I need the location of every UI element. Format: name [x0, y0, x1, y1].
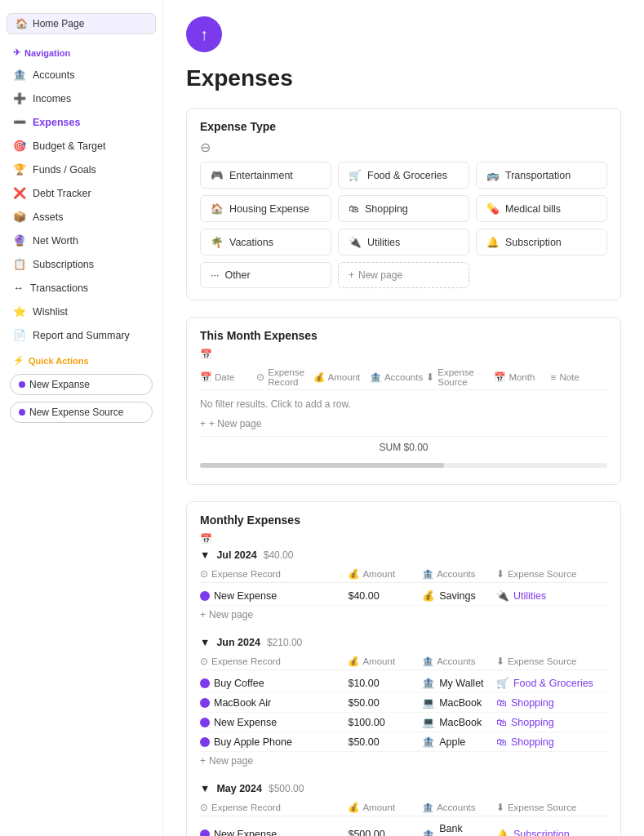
table-row[interactable]: Buy Coffee $10.00 🏦 My Wallet 🛒 Food & G… — [200, 674, 607, 693]
sidebar-item-report[interactable]: 📄 Report and Summary — [0, 325, 162, 345]
sidebar-item-accounts[interactable]: 🏦 Accounts — [0, 64, 162, 85]
month-header-jun[interactable]: ▼ Jun 2024 $210.00 — [200, 637, 607, 648]
month-label-may: May 2024 — [216, 783, 262, 794]
new-expense-source-dot — [19, 409, 25, 416]
record-new-expense-jul: New Expense — [200, 590, 348, 602]
account-new-expense-may: 🏦 Bank Account — [422, 823, 496, 836]
table-row[interactable]: New Expense $100.00 💻 MacBook 🛍 Shopping — [200, 713, 607, 732]
source-icon-jul: 🔌 — [496, 589, 509, 602]
type-vacations[interactable]: 🌴 Vacations — [200, 229, 331, 256]
month-header-jul[interactable]: ▼ Jul 2024 $40.00 — [200, 549, 607, 561]
th-expense-record: ⊙ Expense Record — [256, 367, 313, 387]
shopping-label: Shopping — [365, 203, 408, 215]
new-expense-button[interactable]: New Expanse — [10, 374, 153, 395]
page-title: Expenses — [186, 65, 621, 91]
account-icon-buy-apple: 🏦 — [422, 736, 435, 748]
wishlist-icon: ⭐ — [13, 305, 26, 318]
shopping-icon: 🛍 — [349, 203, 359, 215]
source-macbook-air: 🛍 Shopping — [496, 697, 607, 709]
account-icon-ne-may: 🏦 — [422, 829, 435, 837]
sidebar-item-wishlist-label: Wishlist — [33, 306, 68, 318]
th-date-icon: 📅 — [200, 371, 211, 383]
type-entertainment[interactable]: 🎮 Entertainment — [200, 162, 331, 189]
home-button[interactable]: 🏠 Home Page — [7, 13, 156, 34]
type-transportation[interactable]: 🚌 Transportation — [476, 162, 607, 189]
th-accounts: 🏦 Accounts — [370, 367, 426, 387]
funds-icon: 🏆 — [13, 163, 26, 176]
th-amount-jul: 💰 Amount — [348, 568, 422, 580]
account-jul: 💰 Savings — [422, 589, 496, 602]
source-icon-buy-apple: 🛍 — [496, 736, 507, 748]
up-arrow-icon: ↑ — [200, 25, 208, 44]
transportation-label: Transportation — [505, 170, 571, 181]
jul-new-page[interactable]: + New page — [200, 606, 607, 624]
th-record-jul: ⊙ Expense Record — [200, 568, 348, 580]
new-page-type-label: New page — [358, 269, 402, 281]
type-subscription[interactable]: 🔔 Subscription — [476, 229, 607, 256]
medical-icon: 💊 — [486, 202, 500, 215]
networth-icon: 🔮 — [13, 234, 26, 247]
sidebar-item-expenses[interactable]: ➖ Expenses — [0, 112, 162, 132]
type-other[interactable]: ··· Other — [200, 262, 331, 288]
table-row[interactable]: Buy Apple Phone $50.00 🏦 Apple 🛍 Shoppin… — [200, 732, 607, 752]
other-icon: ··· — [211, 269, 219, 281]
month-group-jun-2024: ▼ Jun 2024 $210.00 ⊙ Expense Record 💰 Am… — [200, 637, 607, 770]
collapse-icon[interactable]: ⊖ — [200, 140, 607, 155]
sidebar-item-networth-label: Net Worth — [33, 235, 78, 247]
home-section: 🏠 Home Page — [7, 13, 156, 34]
scroll-area[interactable] — [200, 463, 607, 468]
table-row[interactable]: New Expense $40.00 💰 Savings 🔌 Utilities — [200, 586, 607, 606]
month-group-may-2024: ▼ May 2024 $500.00 ⊙ Expense Record 💰 Am… — [200, 783, 607, 836]
calendar-icon: 📅 — [200, 349, 212, 360]
table-row[interactable]: New Expense $500.00 🏦 Bank Account 🔔 Sub… — [200, 820, 607, 836]
sidebar-item-debt[interactable]: ❌ Debt Tracker — [0, 183, 162, 203]
type-utilities[interactable]: 🔌 Utilities — [338, 229, 469, 256]
type-food-groceries[interactable]: 🛒 Food & Groceries — [338, 162, 469, 189]
this-month-new-page[interactable]: + + New page — [200, 415, 607, 433]
sidebar-item-incomes[interactable]: ➕ Incomes — [0, 88, 162, 109]
type-housing[interactable]: 🏠 Housing Expense — [200, 195, 331, 222]
record-new-expense-may: New Expense — [200, 829, 348, 836]
month-header-may[interactable]: ▼ May 2024 $500.00 — [200, 783, 607, 794]
sidebar-item-subscriptions[interactable]: 📋 Subscriptions — [0, 254, 162, 274]
sidebar-item-transactions[interactable]: ↔ Transactions — [0, 278, 162, 298]
th-record-icon-jul: ⊙ — [200, 568, 208, 580]
transportation-icon: 🚌 — [486, 169, 500, 181]
type-shopping[interactable]: 🛍 Shopping — [338, 195, 469, 222]
th-note-icon: ≡ — [551, 372, 557, 382]
th-source-icon-jun: ⬇ — [496, 656, 504, 667]
th-note: ≡ Note — [551, 367, 607, 387]
jun-new-page[interactable]: + New page — [200, 752, 607, 770]
sidebar-item-wishlist[interactable]: ⭐ Wishlist — [0, 301, 162, 322]
type-medical[interactable]: 💊 Medical bills — [476, 195, 607, 222]
table-row[interactable]: MacBook Air $50.00 💻 MacBook 🛍 Shopping — [200, 693, 607, 713]
amount-macbook-air: $50.00 — [348, 697, 422, 709]
monthly-expenses-section: Monthly Expenses 📅 ▼ Jul 2024 $40.00 ⊙ E… — [186, 501, 621, 836]
new-page-icon: + — [200, 418, 206, 429]
th-record-icon-jun: ⊙ — [200, 656, 208, 667]
home-icon: 🏠 — [16, 18, 28, 29]
record-dot — [200, 698, 210, 708]
sidebar-item-assets[interactable]: 📦 Assets — [0, 207, 162, 227]
sidebar-item-funds[interactable]: 🏆 Funds / Goals — [0, 159, 162, 180]
housing-label: Housing Expense — [229, 203, 309, 215]
new-expense-source-label: New Expense Source — [29, 407, 123, 418]
new-expense-source-button[interactable]: New Expense Source — [10, 402, 153, 423]
sidebar-item-budget[interactable]: 🎯 Budget & Target — [0, 136, 162, 156]
th-accounts-icon-may: 🏦 — [422, 802, 433, 813]
amount-jul: $40.00 — [348, 590, 422, 602]
new-page-type-cell[interactable]: + New page — [338, 262, 469, 288]
month-group-jul-2024: ▼ Jul 2024 $40.00 ⊙ Expense Record 💰 Amo… — [200, 549, 607, 624]
source-icon-ne-jun: 🛍 — [496, 717, 507, 728]
sidebar-item-expenses-label: Expenses — [33, 117, 80, 128]
account-buy-coffee: 🏦 My Wallet — [422, 677, 496, 689]
record-buy-coffee: Buy Coffee — [200, 678, 348, 689]
account-icon-jul: 💰 — [422, 589, 435, 602]
source-new-expense-jun: 🛍 Shopping — [496, 717, 607, 728]
th-amount-jun: 💰 Amount — [348, 656, 422, 667]
arrow-icon-may: ▼ — [200, 783, 210, 794]
jul-table-header: ⊙ Expense Record 💰 Amount 🏦 Accounts ⬇ E… — [200, 566, 607, 583]
this-month-table-header: 📅 Date ⊙ Expense Record 💰 Amount 🏦 Accou… — [200, 365, 607, 390]
no-filter-message[interactable]: No filter results. Click to add a row. — [200, 394, 607, 415]
sidebar-item-networth[interactable]: 🔮 Net Worth — [0, 230, 162, 251]
